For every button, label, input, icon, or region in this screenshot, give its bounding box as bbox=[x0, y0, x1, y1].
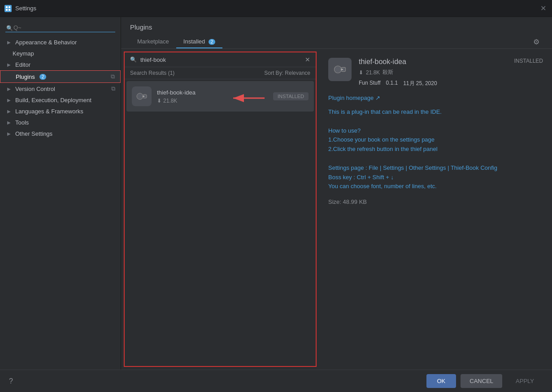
sidebar-item-editor[interactable]: ▶ Editor bbox=[0, 59, 121, 70]
apply-button[interactable]: APPLY bbox=[507, 374, 543, 388]
search-results-label: Search Results (1) bbox=[130, 70, 174, 76]
plugins-header: Plugins Marketplace Installed 2 ⚙ bbox=[121, 17, 552, 49]
detail-meta: ⬇ 21.8K 殺斯 bbox=[359, 69, 507, 76]
tab-marketplace[interactable]: Marketplace bbox=[130, 35, 176, 48]
search-icon: 🔍 bbox=[6, 25, 13, 31]
chevron-right-icon: ▶ bbox=[7, 109, 13, 114]
plugin-card[interactable]: thief-book-idea ⬇ 21.8K INSTALLED bbox=[126, 81, 314, 112]
svg-point-4 bbox=[137, 93, 143, 99]
close-button[interactable]: ✕ bbox=[540, 5, 548, 12]
sidebar-item-version-control[interactable]: ▶ Version Control ⧉ bbox=[0, 83, 121, 95]
desc-line1: This is a plug-in that can be read in th… bbox=[328, 108, 543, 117]
downloads-count: 21.8K bbox=[163, 98, 177, 104]
cancel-button[interactable]: CANCEL bbox=[461, 374, 502, 388]
detail-plugin-name: thief-book-idea bbox=[359, 58, 507, 66]
plugin-card-status: INSTALLED bbox=[273, 92, 309, 100]
how-to-use-line2: 2.Click the refresh button in the thief … bbox=[328, 145, 543, 154]
plugin-card-icon bbox=[132, 86, 152, 106]
svg-rect-1 bbox=[9, 6, 10, 8]
chevron-right-icon: ▶ bbox=[7, 131, 13, 136]
how-to-use-title: How to use? bbox=[328, 126, 543, 136]
detail-date: 11月 25, 2020 bbox=[403, 80, 437, 87]
help-button[interactable]: ? bbox=[9, 377, 13, 385]
app-icon bbox=[4, 5, 12, 12]
sidebar-item-tools[interactable]: ▶ Tools bbox=[0, 117, 121, 128]
sidebar: 🔍 ▶ Appearance & Behavior Keymap ▶ Edito… bbox=[0, 17, 121, 370]
sidebar-item-label: Tools bbox=[15, 119, 29, 126]
chevron-right-icon: ▶ bbox=[7, 86, 13, 91]
plugin-content: 🔍 ✕ Search Results (1) Sort By: Relevanc… bbox=[121, 49, 552, 370]
footer: ? OK CANCEL APPLY bbox=[0, 370, 552, 392]
plugin-homepage-link[interactable]: Plugin homepage ↗ bbox=[328, 95, 543, 101]
svg-rect-0 bbox=[6, 6, 8, 8]
font-info: You can choose font, number of lines, et… bbox=[328, 182, 543, 191]
sidebar-item-other-settings[interactable]: ▶ Other Settings bbox=[0, 128, 121, 139]
plugin-description: This is a plug-in that can be read in th… bbox=[328, 108, 543, 191]
chevron-right-icon: ▶ bbox=[7, 98, 13, 103]
sidebar-item-plugins[interactable]: Plugins 2 ⧉ bbox=[0, 70, 121, 83]
svg-rect-3 bbox=[9, 9, 10, 11]
plugins-title: Plugins bbox=[130, 23, 543, 31]
tab-installed-label: Installed bbox=[183, 38, 205, 45]
plugin-search-bar: 🔍 ✕ bbox=[125, 52, 316, 67]
tab-marketplace-label: Marketplace bbox=[137, 38, 169, 45]
ok-button[interactable]: OK bbox=[426, 374, 456, 388]
copy-icon: ⧉ bbox=[111, 73, 115, 80]
sidebar-item-label: Version Control bbox=[15, 86, 55, 92]
settings-info: Settings page : File | Settings | Other … bbox=[328, 164, 543, 173]
sidebar-item-label: Appearance & Behavior bbox=[15, 39, 77, 46]
plugin-card-downloads: ⬇ 21.8K bbox=[157, 98, 268, 104]
boss-key-info: Boss key : Ctrl + Shift + ↓ bbox=[328, 173, 543, 182]
detail-tags: Fun Stuff 0.1.1 11月 25, 2020 bbox=[359, 80, 507, 87]
sidebar-search-bar: 🔍 bbox=[0, 21, 121, 37]
detail-header: thief-book-idea ⬇ 21.8K 殺斯 Fun Stuff 0.1… bbox=[328, 58, 543, 87]
sidebar-item-label: Other Settings bbox=[15, 130, 52, 137]
settings-gear-button[interactable]: ⚙ bbox=[530, 36, 543, 48]
footer-buttons: OK CANCEL APPLY bbox=[426, 374, 543, 388]
plugin-detail: thief-book-idea ⬇ 21.8K 殺斯 Fun Stuff 0.1… bbox=[319, 49, 552, 370]
copy-icon: ⧉ bbox=[111, 85, 115, 92]
sidebar-item-label: Plugins bbox=[16, 73, 35, 80]
download-icon: ⬇ bbox=[157, 98, 161, 104]
download-icon: ⬇ bbox=[359, 69, 363, 76]
installed-tab-badge: 2 bbox=[209, 39, 216, 45]
chevron-right-icon: ▶ bbox=[7, 40, 13, 45]
plugin-search-input[interactable] bbox=[140, 56, 301, 63]
plugins-badge: 2 bbox=[39, 74, 47, 80]
plugin-list-header: Search Results (1) Sort By: Relevance bbox=[125, 67, 316, 79]
plugin-card-info: thief-book-idea ⬇ 21.8K bbox=[157, 89, 268, 104]
sidebar-item-build[interactable]: ▶ Build, Execution, Deployment bbox=[0, 95, 121, 106]
detail-version: 0.1.1 bbox=[386, 80, 398, 87]
window-title: Settings bbox=[15, 5, 36, 12]
detail-category: Fun Stuff bbox=[359, 80, 380, 87]
svg-rect-2 bbox=[6, 9, 8, 11]
sidebar-item-label: Editor bbox=[15, 61, 30, 68]
sidebar-search-input[interactable] bbox=[5, 23, 115, 32]
sidebar-item-label: Build, Execution, Deployment bbox=[15, 97, 91, 103]
title-bar-left: Settings bbox=[4, 5, 36, 12]
search-clear-button[interactable]: ✕ bbox=[305, 56, 310, 63]
chevron-right-icon: ▶ bbox=[7, 120, 13, 125]
how-to-use-line1: 1.Choose your book on the settings page bbox=[328, 135, 543, 145]
sort-by-dropdown[interactable]: Sort By: Relevance bbox=[264, 70, 310, 76]
right-panel: Plugins Marketplace Installed 2 ⚙ 🔍 bbox=[121, 17, 552, 370]
detail-installed-label: INSTALLED bbox=[514, 58, 543, 64]
plugin-size: Size: 48.99 KB bbox=[328, 198, 543, 205]
tab-installed[interactable]: Installed 2 bbox=[176, 35, 223, 48]
plugins-tabs: Marketplace Installed 2 ⚙ bbox=[130, 35, 543, 48]
detail-plugin-icon bbox=[328, 58, 352, 81]
main-layout: 🔍 ▶ Appearance & Behavior Keymap ▶ Edito… bbox=[0, 17, 552, 370]
chevron-right-icon: ▶ bbox=[7, 62, 13, 67]
detail-title-area: thief-book-idea ⬇ 21.8K 殺斯 Fun Stuff 0.1… bbox=[359, 58, 507, 87]
detail-rating: 殺斯 bbox=[382, 69, 393, 76]
detail-downloads: 21.8K bbox=[366, 69, 380, 76]
title-bar: Settings ✕ bbox=[0, 0, 552, 17]
sidebar-item-label: Keymap bbox=[13, 50, 34, 57]
sidebar-item-keymap[interactable]: Keymap bbox=[0, 48, 121, 59]
sidebar-item-appearance[interactable]: ▶ Appearance & Behavior bbox=[0, 37, 121, 48]
svg-point-8 bbox=[334, 66, 341, 73]
plugin-card-name: thief-book-idea bbox=[157, 89, 268, 96]
sidebar-item-languages[interactable]: ▶ Languages & Frameworks bbox=[0, 106, 121, 117]
sidebar-item-label: Languages & Frameworks bbox=[15, 108, 83, 115]
plugin-search-icon: 🔍 bbox=[130, 56, 137, 63]
